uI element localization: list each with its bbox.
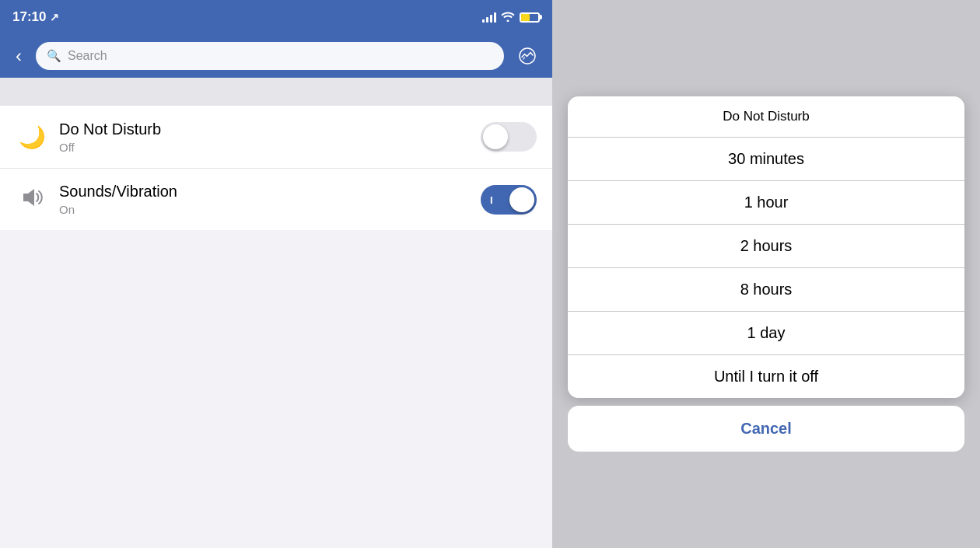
battery-icon <box>520 12 540 23</box>
moon-icon: 🌙 <box>19 124 46 150</box>
svg-marker-1 <box>23 189 34 206</box>
sounds-vibration-toggle[interactable]: I <box>481 185 537 215</box>
option-30-minutes[interactable]: 30 minutes <box>568 138 964 181</box>
status-bar: 17:10 ↗ <box>0 0 552 34</box>
nav-bar: ‹ 🔍 Search <box>0 34 552 78</box>
search-icon: 🔍 <box>47 49 61 63</box>
sounds-vibration-toggle-knob <box>509 187 534 212</box>
modal-options-list: 30 minutes 1 hour 2 hours 8 hours 1 day … <box>568 138 964 398</box>
sounds-vibration-toggle-container[interactable]: I <box>481 185 537 215</box>
do-not-disturb-title: Do Not Disturb <box>59 120 481 138</box>
option-1-hour[interactable]: 1 hour <box>568 181 964 225</box>
option-until-turn-off[interactable]: Until I turn it off <box>568 355 964 398</box>
do-not-disturb-status: Off <box>59 141 481 154</box>
time-display: 17:10 <box>12 9 46 25</box>
settings-list: 🌙 Do Not Disturb Off <box>0 106 552 230</box>
search-placeholder: Search <box>68 49 107 63</box>
status-icons <box>482 11 540 24</box>
option-8-hours[interactable]: 8 hours <box>568 268 964 312</box>
speaker-icon <box>19 184 45 215</box>
do-not-disturb-toggle-knob <box>483 124 508 149</box>
do-not-disturb-modal: Do Not Disturb 30 minutes 1 hour 2 hours… <box>568 96 964 398</box>
navigation-arrow-icon: ↗ <box>50 11 59 23</box>
do-not-disturb-text: Do Not Disturb Off <box>59 120 481 154</box>
option-2-hours[interactable]: 2 hours <box>568 225 964 268</box>
do-not-disturb-toggle[interactable] <box>481 122 537 152</box>
search-bar[interactable]: 🔍 Search <box>36 42 504 70</box>
option-1-day[interactable]: 1 day <box>568 312 964 355</box>
wifi-icon <box>501 11 515 24</box>
cancel-button[interactable]: Cancel <box>568 406 964 452</box>
do-not-disturb-toggle-container[interactable] <box>481 122 537 152</box>
right-panel: Do Not Disturb 30 minutes 1 hour 2 hours… <box>552 0 980 548</box>
sounds-icon-container <box>16 183 48 216</box>
sounds-vibration-status: On <box>59 203 481 216</box>
messenger-icon <box>519 47 536 65</box>
modal-cancel-container: Cancel <box>568 406 964 452</box>
modal-title: Do Not Disturb <box>723 109 809 124</box>
sounds-vibration-text: Sounds/Vibration On <box>59 183 481 216</box>
modal-header: Do Not Disturb <box>568 96 964 138</box>
section-divider <box>0 78 552 106</box>
sounds-vibration-title: Sounds/Vibration <box>59 183 481 201</box>
signal-bars-icon <box>482 12 496 23</box>
sounds-vibration-item[interactable]: Sounds/Vibration On I <box>0 168 552 230</box>
status-time: 17:10 ↗ <box>12 9 59 25</box>
do-not-disturb-icon-container: 🌙 <box>16 120 48 153</box>
messenger-button[interactable] <box>512 40 543 72</box>
back-button[interactable]: ‹ <box>9 42 28 70</box>
do-not-disturb-item[interactable]: 🌙 Do Not Disturb Off <box>0 106 552 168</box>
toggle-on-label: I <box>490 194 493 205</box>
left-panel: 17:10 ↗ ‹ 🔍 <box>0 0 552 548</box>
